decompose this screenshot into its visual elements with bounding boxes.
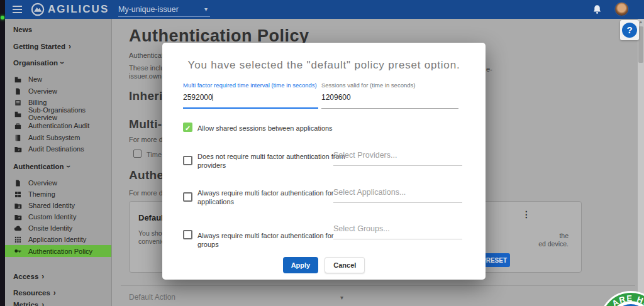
sidebar-item-custom-identity[interactable]: Custom Identity [5,212,111,222]
select-groups-input[interactable]: Select Groups... [333,224,462,239]
mfa-groups-label: Always require multi factor authenticati… [197,231,345,249]
mfa-interval-label: Multi factor required time interval (tim… [183,82,318,89]
default-action-dropdown-icon[interactable]: ▾ [340,294,343,301]
briefcase-icon [14,122,22,130]
no-mfa-providers-label: Does not require multi factor authentica… [197,152,345,170]
sidebar-item-access[interactable]: Access› [5,272,111,281]
sidebar-item-audit-destinations[interactable]: Audit Destinations [5,144,111,154]
sessions-valid-field[interactable]: Sessions valid for (time in seconds) 120… [321,82,458,109]
status-dot [1,16,4,19]
time-based-checkbox[interactable] [133,150,142,158]
scrollbar-thumb[interactable] [638,26,643,63]
sessions-valid-label: Sessions valid for (time in seconds) [321,82,458,89]
brand-name: AGILICUS [48,3,109,16]
top-bar: AGILICUS My-unique-issuer ▾ [5,0,644,19]
issuer-value: My-unique-issuer [118,5,179,14]
sidebar-item-organisation[interactable]: Organisation› [5,58,111,67]
chevron-right-icon: › [69,42,71,51]
sidebar: News Getting Started› Organisation› New … [5,19,112,306]
issuer-selector[interactable]: My-unique-issuer ▾ [118,2,210,17]
mfa-applications-label: Always require multi factor authenticati… [197,189,345,206]
folder-shared-icon [14,202,22,210]
sidebar-item-authentication-audit[interactable]: Authentication Audit [5,121,111,131]
left-edge-strip [0,0,5,306]
dialog-title: You have selected the "default" policy p… [162,59,486,72]
app-root: AGILICUS My-unique-issuer ▾ News Getting… [0,0,644,306]
apps-grid-icon [14,236,22,244]
avatar[interactable] [614,2,629,16]
default-action-label: Default Action [129,293,175,302]
no-mfa-providers-checkbox[interactable] [183,156,192,165]
document-icon [14,87,22,96]
chevron-right-icon: › [42,272,44,281]
sidebar-item-theming[interactable]: Theming [5,189,111,199]
sidebar-item-getting-started[interactable]: Getting Started› [5,42,111,51]
cloud-icon [14,224,22,232]
mfa-interval-input[interactable]: 2592000 [183,93,318,109]
help-button[interactable]: ? [620,20,639,40]
chevron-down-icon: ▾ [204,6,208,13]
theming-icon [14,190,22,199]
sidebar-item-resources[interactable]: Resources› [5,288,111,297]
we-are-here-badge[interactable]: WE ARE HERE! [590,281,644,306]
select-applications-input[interactable]: Select Applications... [333,188,462,203]
book-icon [14,134,22,142]
sidebar-item-news[interactable]: News [5,26,111,33]
sidebar-item-authentication[interactable]: Authentication› [5,162,111,171]
chevron-down-icon: › [58,62,67,64]
shared-sessions-label: Allow shared sessions between applicatio… [197,124,345,133]
key-icon [14,247,22,255]
folder-icon [14,145,22,153]
card-text: ed device. [538,240,569,248]
document-icon [14,179,22,187]
chevron-down-icon: › [64,165,73,168]
sidebar-item-metrics[interactable]: Metrics› [5,300,111,306]
kebab-menu-icon[interactable]: ⋮ [522,209,531,219]
sidebar-item-overview-org[interactable]: Overview [5,86,111,96]
agilicus-logo-icon [31,3,45,16]
shared-sessions-checkbox[interactable]: ✓ [183,123,192,132]
dialog-actions: Apply Cancel [162,257,486,273]
mfa-groups-checkbox[interactable] [183,230,192,239]
folder-star-icon [14,213,22,221]
sidebar-item-authentication-policy[interactable]: Authentication Policy [5,245,111,257]
sessions-valid-input[interactable]: 1209600 [321,93,458,109]
mfa-applications-checkbox[interactable] [183,192,192,202]
sidebar-item-new[interactable]: New [5,74,111,84]
sidebar-item-overview-auth[interactable]: Overview [5,178,111,188]
question-icon: ? [622,23,637,38]
sidebar-item-sub-organisations[interactable]: Sub-Organisations Overview [5,109,111,119]
sidebar-item-onsite-identity[interactable]: Onsite Identity [5,223,111,233]
intro-text: e- [486,65,492,73]
sidebar-item-audit-subsystem[interactable]: Audit Subsystem [5,133,111,143]
chevron-right-icon: › [53,288,56,297]
vertical-scrollbar[interactable]: ▲ [638,19,644,306]
building-icon [14,110,22,118]
policy-preset-dialog: You have selected the "default" policy p… [162,43,486,280]
sidebar-item-application-identity[interactable]: Application Identity [5,234,111,244]
text-cursor [213,94,213,101]
select-providers-input[interactable]: Select Providers... [333,151,462,166]
apply-button[interactable]: Apply [283,257,319,273]
building-icon [14,75,22,84]
divider [121,285,635,286]
notifications-bell-icon[interactable] [592,4,602,15]
hamburger-menu-icon[interactable] [13,4,22,15]
list-icon [14,99,22,107]
card-text: the [559,232,569,239]
mfa-interval-field[interactable]: Multi factor required time interval (tim… [183,82,318,109]
chevron-right-icon: › [42,300,44,306]
sidebar-item-shared-identity[interactable]: Shared Identity [5,200,111,210]
cancel-button[interactable]: Cancel [325,257,365,273]
